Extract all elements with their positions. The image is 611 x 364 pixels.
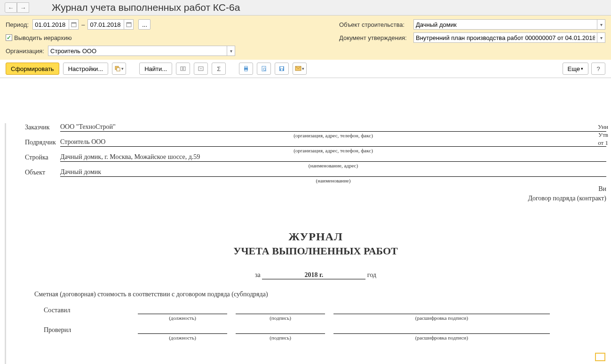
object-input[interactable] (413, 19, 597, 30)
compiled-position-slot (138, 306, 227, 314)
settings-button[interactable]: Настройки... (63, 63, 109, 75)
contractor-hint: (организация, адрес, телефон, факс) (60, 148, 606, 153)
approval-dropdown-icon[interactable]: ▾ (597, 32, 605, 43)
save-icon[interactable] (275, 63, 289, 75)
object-field-value: Дачный домик (60, 168, 606, 177)
cost-line: Сметная (договорная) стоимость в соответ… (34, 291, 606, 298)
print-icon[interactable] (239, 63, 253, 75)
checkmark-icon: ✓ (6, 34, 12, 41)
customer-value: ООО "ТехноСтрой" (60, 123, 606, 132)
site-value: Дачный домик, г. Москва, Можайское шоссе… (60, 153, 606, 162)
calendar-from-icon[interactable] (69, 19, 79, 30)
doc-title-1: ЖУРНАЛ (25, 230, 606, 243)
compiled-signature-slot (236, 306, 325, 314)
customer-hint: (организация, адрес, телефон, факс) (60, 133, 606, 138)
right-note-2: Договор подряда (контракт) (25, 195, 606, 202)
object-field-label: Объект (25, 169, 60, 177)
object-label: Объект строительства: (339, 21, 410, 28)
preview-icon[interactable] (257, 63, 271, 75)
more-button[interactable]: Еще ▾ (563, 63, 588, 75)
period-label: Период: (6, 21, 29, 28)
doc-title-2: УЧЕТА ВЫПОЛНЕННЫХ РАБОТ (25, 245, 606, 257)
svg-rect-10 (245, 70, 247, 71)
hierarchy-checkbox[interactable]: ✓ Выводить иерархию (6, 34, 71, 41)
date-separator: – (81, 21, 85, 28)
form-meta: Уни Утв от 1 (598, 123, 608, 147)
variants-icon[interactable]: ▾ (112, 63, 126, 75)
help-button[interactable]: ? (591, 63, 605, 75)
svg-rect-9 (245, 66, 247, 68)
collapse-icon[interactable] (194, 63, 208, 75)
email-icon[interactable]: ▾ (293, 63, 307, 75)
date-from-input[interactable] (32, 19, 69, 30)
svg-rect-16 (281, 69, 283, 71)
expand-icon[interactable] (176, 63, 190, 75)
site-hint: (наименование, адрес) (60, 163, 606, 168)
contractor-label: Подрядчик (25, 139, 60, 147)
report-area[interactable]: Уни Утв от 1 Заказчик ООО "ТехноСтрой" (… (0, 78, 611, 364)
year-line: за 2018 г. год (25, 271, 606, 279)
hint-decipher-1: (расшифровка подписи) (333, 315, 550, 321)
checked-label: Проверил (44, 326, 138, 334)
page-title: Журнал учета выполненных работ КС-6а (52, 2, 240, 13)
object-dropdown-icon[interactable]: ▾ (597, 19, 605, 30)
find-button[interactable]: Найти... (139, 63, 172, 75)
object-hint: (наименование) (60, 178, 606, 183)
approval-label: Документ утверждения: (339, 34, 410, 41)
organization-dropdown-icon[interactable]: ▾ (227, 46, 235, 56)
checked-position-slot (138, 325, 227, 334)
organization-label: Организация: (6, 47, 44, 55)
hint-decipher-2: (расшифровка подписи) (333, 335, 550, 340)
site-label: Стройка (25, 154, 60, 162)
corner-marker (595, 353, 605, 361)
period-more-button[interactable]: ... (138, 19, 151, 30)
hint-signature-2: (подпись) (236, 335, 325, 340)
calendar-to-icon[interactable] (124, 19, 134, 30)
customer-label: Заказчик (25, 124, 60, 132)
hint-signature-1: (подпись) (236, 315, 325, 321)
hierarchy-label: Выводить иерархию (14, 34, 71, 41)
svg-rect-5 (117, 68, 120, 71)
organization-input[interactable] (48, 46, 227, 56)
contractor-value: Строитель ООО (60, 138, 606, 147)
date-to-input[interactable] (87, 19, 124, 30)
nav-back-button[interactable]: ← (5, 2, 17, 13)
hint-position-2: (должность) (138, 335, 227, 340)
right-note-1: Ви (25, 185, 606, 193)
checked-decipher-slot (333, 325, 550, 334)
compiled-decipher-slot (333, 306, 550, 314)
svg-rect-15 (280, 67, 283, 69)
generate-button[interactable]: Сформировать (6, 63, 59, 75)
compiled-label: Составил (44, 307, 138, 314)
nav-forward-button[interactable]: → (17, 2, 29, 13)
svg-rect-3 (127, 23, 131, 24)
checked-signature-slot (236, 325, 325, 334)
approval-input[interactable] (413, 32, 597, 43)
svg-rect-1 (71, 23, 76, 24)
hint-position-1: (должность) (138, 315, 227, 321)
sum-icon[interactable]: Σ (212, 63, 226, 75)
